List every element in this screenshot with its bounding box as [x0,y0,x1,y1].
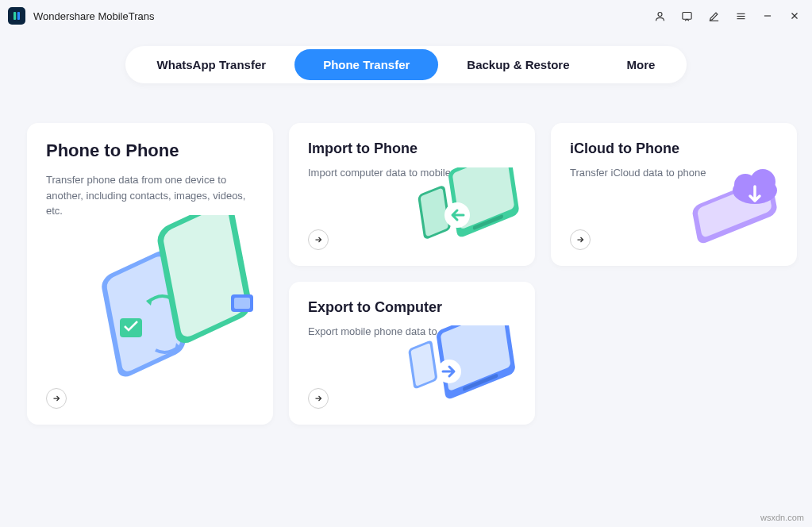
svg-rect-0 [13,12,16,20]
tab-phone-transfer[interactable]: Phone Transfer [294,49,438,80]
titlebar-right [653,10,801,22]
card-title: Export to Computer [308,299,516,316]
tab-more[interactable]: More [598,49,684,80]
svg-rect-3 [682,12,691,19]
content-area: Phone to Phone Transfer phone data from … [0,83,812,425]
app-title: Wondershare MobileTrans [33,10,154,22]
svg-rect-16 [234,298,250,309]
tab-whatsapp-transfer[interactable]: WhatsApp Transfer [129,49,295,80]
minimize-icon[interactable] [761,10,774,22]
card-phone-to-phone[interactable]: Phone to Phone Transfer phone data from … [27,123,273,425]
feedback-icon[interactable] [680,10,693,22]
watermark: wsxdn.com [760,513,804,522]
card-export-to-computer[interactable]: Export to Computer Export mobile phone d… [289,282,535,425]
tab-backup-restore[interactable]: Backup & Restore [438,49,598,80]
menu-icon[interactable] [734,10,747,22]
arrow-button[interactable] [308,229,329,250]
card-title: Phone to Phone [46,140,254,161]
app-logo [8,7,25,25]
arrow-button[interactable] [46,388,67,409]
import-illustration [408,167,519,258]
card-desc: Transfer phone data from one device to a… [46,172,254,219]
titlebar-left: Wondershare MobileTrans [8,7,154,25]
nav-container: WhatsApp Transfer Phone Transfer Backup … [0,46,812,83]
edit-icon[interactable] [707,10,720,22]
card-import-to-phone[interactable]: Import to Phone Import computer data to … [289,123,535,266]
nav-tabs: WhatsApp Transfer Phone Transfer Backup … [125,46,687,83]
user-icon[interactable] [653,10,666,22]
svg-rect-1 [17,12,20,20]
export-illustration [400,325,519,420]
card-icloud-to-phone[interactable]: iCloud to Phone Transfer iCloud data to … [551,123,797,266]
close-icon[interactable] [788,10,801,22]
svg-point-2 [658,12,662,16]
arrow-button[interactable] [308,388,329,409]
icloud-illustration [683,167,791,258]
card-title: iCloud to Phone [570,140,778,157]
phones-illustration [76,215,259,393]
arrow-button[interactable] [570,229,591,250]
titlebar: Wondershare MobileTrans [0,0,812,32]
card-title: Import to Phone [308,140,516,157]
